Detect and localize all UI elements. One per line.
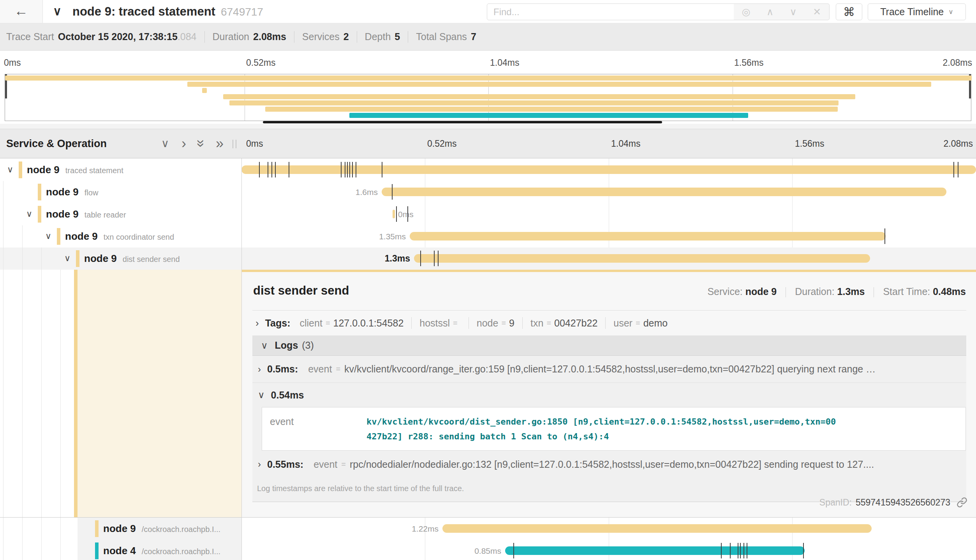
minimap-tick-label: 1.04ms bbox=[490, 58, 519, 68]
log-marker-tick bbox=[289, 162, 289, 177]
span-tree-cell: node 4/cockroach.roachpb.I... bbox=[0, 540, 241, 560]
span-row[interactable]: ∨node 9table reader0ms bbox=[0, 203, 976, 225]
find-target-icon[interactable]: ◎ bbox=[742, 6, 750, 18]
tag-item: txn=00427b22 bbox=[530, 318, 597, 329]
span-collapse-icon[interactable]: ∨ bbox=[7, 159, 13, 181]
span-row[interactable]: node 9/cockroach.roachpb.I...1.22ms bbox=[0, 518, 976, 540]
tag-separator bbox=[522, 317, 523, 329]
span-row[interactable]: ∨node 9traced statement bbox=[0, 159, 976, 181]
chevron-down-icon: ∨ bbox=[161, 137, 169, 149]
double-chevron-right-icon: » bbox=[216, 135, 224, 151]
indent-guide bbox=[3, 203, 4, 225]
span-operation-name: dist sender send bbox=[123, 255, 180, 263]
tag-item: client=127.0.0.1:54582 bbox=[300, 318, 404, 329]
span-id-label: SpanID: bbox=[819, 497, 852, 508]
span-row[interactable]: node 4/cockroach.roachpb.I...0.85ms bbox=[0, 540, 976, 560]
logs-header[interactable]: ∨ Logs (3) bbox=[252, 335, 966, 356]
log-marker-tick bbox=[803, 543, 804, 558]
column-resize-grip[interactable] bbox=[233, 140, 236, 148]
span-bar[interactable] bbox=[505, 546, 805, 555]
find-controls: ◎ ∧ ∨ ✕ bbox=[734, 4, 830, 20]
span-row[interactable]: ∨node 9dist sender send1.3ms bbox=[0, 248, 976, 270]
logs-toggle-icon: ∨ bbox=[261, 340, 268, 351]
minimap-canvas[interactable] bbox=[5, 74, 971, 121]
span-color-bar bbox=[38, 184, 41, 200]
indent-guide bbox=[41, 540, 42, 560]
collapse-one-button[interactable]: ∨ bbox=[157, 129, 173, 158]
log-toggle-icon: › bbox=[258, 459, 261, 470]
span-bar[interactable] bbox=[393, 210, 395, 218]
detail-span-title: dist sender send bbox=[253, 284, 349, 298]
span-bar[interactable] bbox=[382, 188, 946, 196]
expand-all-button[interactable]: » bbox=[212, 129, 227, 158]
chevron-down-icon: ∨ bbox=[948, 8, 953, 16]
back-button[interactable]: ← bbox=[0, 0, 43, 23]
span-operation-name: traced statement bbox=[65, 166, 123, 175]
span-bar[interactable] bbox=[241, 165, 976, 174]
find-next-icon[interactable]: ∨ bbox=[790, 6, 797, 18]
span-service-name: node 9txn coordinator send bbox=[65, 225, 174, 248]
indent-guide bbox=[3, 518, 4, 540]
find-prev-icon[interactable]: ∧ bbox=[766, 6, 773, 18]
logs-count: (3) bbox=[302, 340, 314, 351]
minimap-scrollbar[interactable] bbox=[263, 121, 662, 123]
span-color-bar bbox=[19, 162, 22, 178]
log-marker-tick bbox=[259, 162, 260, 177]
span-bar[interactable] bbox=[442, 524, 872, 533]
span-collapse-icon[interactable]: ∨ bbox=[26, 203, 32, 225]
link-icon[interactable] bbox=[957, 497, 967, 508]
log-toggle-icon: › bbox=[258, 364, 261, 375]
log-marker-tick bbox=[743, 543, 744, 558]
timeline-tick-label: 1.56ms bbox=[795, 129, 824, 158]
total-spans-value: 7 bbox=[471, 31, 476, 42]
view-type-select[interactable]: Trace Timeline ∨ bbox=[868, 4, 966, 20]
span-service-name: node 9dist sender send bbox=[84, 248, 180, 270]
span-row[interactable]: node 9flow1.6ms bbox=[0, 181, 976, 203]
log-marker-tick bbox=[271, 162, 272, 177]
span-timeline-cell: 1.35ms bbox=[241, 225, 976, 248]
tags-row[interactable]: › Tags: client=127.0.0.1:54582hostssl=no… bbox=[252, 313, 966, 333]
log-row-1[interactable]: › 0.5ms: event = kv/kvclient/kvcoord/ran… bbox=[252, 356, 966, 383]
span-row[interactable]: ∨node 9txn coordinator send1.35ms bbox=[0, 225, 976, 248]
tree-timeline-divider[interactable] bbox=[241, 129, 242, 560]
span-collapse-icon[interactable]: ∨ bbox=[45, 225, 51, 248]
minimap-span-bar bbox=[202, 88, 207, 93]
span-tree-cell: ∨node 9dist sender send bbox=[0, 248, 241, 270]
log-marker-tick bbox=[356, 162, 356, 177]
tag-item: user=demo bbox=[613, 318, 668, 329]
top-bar: ← ∨ node 9: traced statement6749717 ◎ ∧ … bbox=[0, 0, 976, 23]
log-toggle-icon: ∨ bbox=[258, 390, 265, 400]
service-value: node 9 bbox=[745, 286, 777, 297]
indent-guide bbox=[3, 225, 4, 248]
duration-value: 2.08ms bbox=[253, 31, 286, 42]
log-time: 0.55ms: bbox=[267, 459, 303, 470]
detail-span-color-strip bbox=[74, 270, 78, 518]
log-marker-tick bbox=[347, 162, 348, 177]
title-collapse-toggle[interactable]: ∨ bbox=[53, 0, 62, 23]
log-marker-tick bbox=[953, 162, 954, 177]
log-marker-tick bbox=[275, 162, 276, 177]
span-timeline-cell: 1.3ms bbox=[241, 248, 976, 270]
find-input[interactable] bbox=[487, 4, 734, 20]
log-row-2[interactable]: ∨ 0.54ms bbox=[252, 383, 966, 407]
indent-guide bbox=[22, 248, 23, 270]
find-clear-icon[interactable]: ✕ bbox=[813, 6, 821, 18]
span-collapse-icon[interactable]: ∨ bbox=[64, 248, 70, 270]
span-bar[interactable] bbox=[414, 254, 870, 263]
span-duration-label: Duration: bbox=[795, 286, 834, 297]
keyboard-shortcuts-button[interactable]: ⌘ bbox=[836, 4, 862, 20]
tags-toggle-icon: › bbox=[255, 317, 259, 329]
span-tree-cell: ∨node 9traced statement bbox=[0, 159, 241, 181]
log-row-3[interactable]: › 0.55ms: event = rpc/nodedialer/nodedia… bbox=[252, 451, 966, 478]
tag-item: node=9 bbox=[477, 318, 514, 329]
span-tree-cell: ∨node 9table reader bbox=[0, 203, 241, 225]
span-bar[interactable] bbox=[410, 232, 886, 241]
collapse-all-button[interactable]: » bbox=[193, 129, 209, 158]
indent-guide bbox=[3, 248, 4, 270]
minimap-gap-band bbox=[0, 124, 976, 129]
find-box bbox=[487, 4, 734, 20]
span-tree-cell: node 9flow bbox=[0, 181, 241, 203]
span-duration-label: 1.35ms bbox=[241, 225, 406, 248]
span-service-name: node 9table reader bbox=[46, 203, 126, 225]
command-icon: ⌘ bbox=[843, 5, 855, 18]
